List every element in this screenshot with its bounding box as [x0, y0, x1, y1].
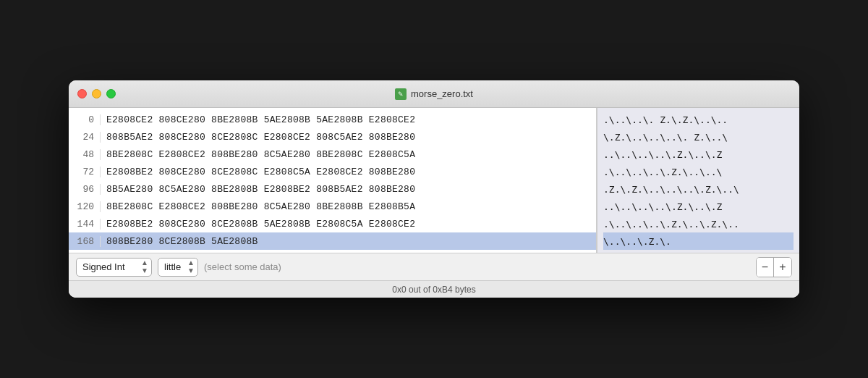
ascii-row: \.Z.\..\..\..\. Z.\..\ [603, 128, 793, 146]
endian-select-wrapper: little big ▲▼ [158, 258, 198, 277]
title-text: morse_zero.txt [411, 88, 473, 99]
ascii-row: .\..\..\..\.Z.\..\.Z.\.. [603, 215, 793, 232]
ascii-row: \..\..\.Z.\. [603, 232, 793, 250]
ascii-row: .\..\..\..\.Z.\..\..\ [603, 163, 793, 180]
type-select[interactable]: Signed Int Unsigned Int Float Double [76, 258, 152, 277]
content-area: 0 E2808CE2 808CE280 8BE2808B 5AE2808B 5A… [69, 108, 799, 298]
hex-bytes: E2808BE2 808CE280 8CE2808B 5AE2808B E280… [106, 219, 593, 230]
row-offset: 168 [72, 236, 101, 247]
row-offset: 120 [72, 201, 101, 212]
table-row: 72 E2808BE2 808CE280 8CE2808C E2808C5A E… [69, 163, 596, 180]
hex-bytes: E2808BE2 808CE280 8CE2808C E2808C5A E280… [106, 167, 593, 177]
row-offset: 144 [72, 219, 101, 230]
table-row: 0 E2808CE2 808CE280 8BE2808B 5AE2808B 5A… [69, 111, 596, 128]
row-offset: 0 [72, 114, 101, 125]
endian-select[interactable]: little big [158, 258, 198, 277]
row-offset: 96 [72, 184, 101, 195]
table-row: 144 E2808BE2 808CE280 8CE2808B 5AE2808B … [69, 215, 596, 232]
stepper-increment[interactable]: + [774, 258, 791, 277]
traffic-lights [77, 89, 116, 98]
hex-bytes: 808BE280 8CE2808B 5AE2808B [106, 236, 593, 247]
hex-bytes: 8BE2808C E2808CE2 808BE280 8C5AE280 8BE2… [106, 149, 593, 160]
hex-bytes: E2808CE2 808CE280 8BE2808B 5AE2808B 5AE2… [106, 114, 593, 125]
titlebar: ✎ morse_zero.txt [69, 80, 799, 108]
row-offset: 48 [72, 149, 101, 160]
selection-info: (select some data) [204, 261, 750, 272]
row-offset: 24 [72, 132, 101, 143]
table-row: 48 8BE2808C E2808CE2 808BE280 8C5AE280 8… [69, 146, 596, 163]
hex-view: 0 E2808CE2 808CE280 8BE2808B 5AE2808B 5A… [69, 108, 799, 253]
ascii-row: .Z.\.Z.\..\..\..\.Z.\..\ [603, 180, 793, 198]
row-offset: 72 [72, 167, 101, 177]
file-icon: ✎ [395, 88, 407, 100]
status-bar: 0x0 out of 0xB4 bytes [69, 280, 799, 298]
type-select-wrapper: Signed Int Unsigned Int Float Double ▲▼ [76, 258, 152, 277]
main-window: ✎ morse_zero.txt 0 E2808CE2 808CE280 8BE… [69, 80, 799, 298]
window-title: ✎ morse_zero.txt [395, 88, 473, 100]
ascii-pane: .\..\..\. Z.\.Z.\..\.. \.Z.\..\..\..\. Z… [597, 108, 799, 253]
ascii-row: ..\..\..\..\.Z.\..\.Z [603, 146, 793, 163]
table-row: 120 8BE2808C E2808CE2 808BE280 8C5AE280 … [69, 198, 596, 215]
hex-bytes: 8B5AE280 8C5AE280 8BE2808B E2808BE2 808B… [106, 184, 593, 195]
hex-bytes: 808B5AE2 808CE280 8CE2808C E2808CE2 808C… [106, 132, 593, 143]
stepper-decrement[interactable]: − [757, 258, 774, 277]
table-row: 24 808B5AE2 808CE280 8CE2808C E2808CE2 8… [69, 128, 596, 146]
stepper: − + [756, 257, 792, 277]
status-text: 0x0 out of 0xB4 bytes [392, 285, 475, 295]
hex-pane[interactable]: 0 E2808CE2 808CE280 8BE2808B 5AE2808B 5A… [69, 108, 596, 253]
minimize-button[interactable] [92, 89, 101, 98]
bottom-bar: Signed Int Unsigned Int Float Double ▲▼ … [69, 253, 799, 280]
ascii-row: ..\..\..\..\.Z.\..\.Z [603, 198, 793, 215]
table-row: 168 808BE280 8CE2808B 5AE2808B [69, 232, 596, 250]
close-button[interactable] [77, 89, 87, 98]
table-row: 96 8B5AE280 8C5AE280 8BE2808B E2808BE2 8… [69, 180, 596, 198]
ascii-row: .\..\..\. Z.\.Z.\..\.. [603, 111, 793, 128]
maximize-button[interactable] [106, 89, 116, 98]
hex-bytes: 8BE2808C E2808CE2 808BE280 8C5AE280 8BE2… [106, 201, 593, 212]
